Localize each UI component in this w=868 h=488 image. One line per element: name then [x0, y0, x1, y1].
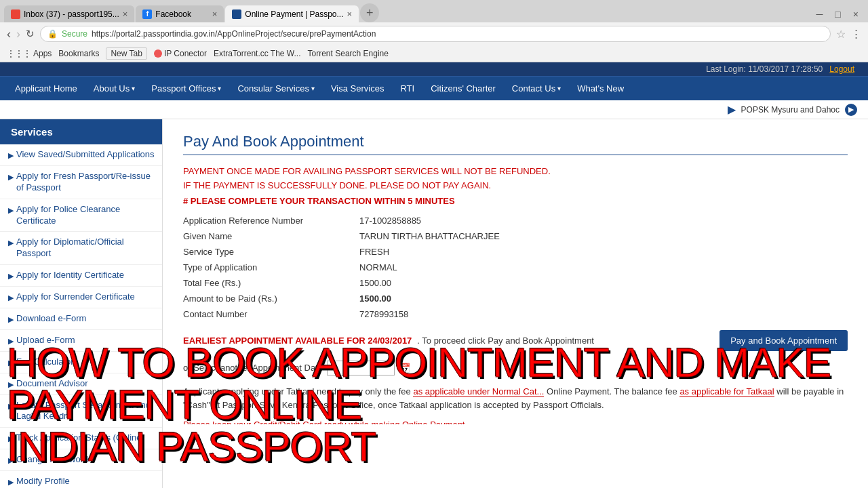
tatkaal-link2[interactable]: as applicable for Tatkaal [679, 386, 774, 397]
tatkaal-info-block: Applicants applying under Tatkaal need t… [183, 385, 848, 413]
arrow-icon: ▶ [8, 477, 14, 487]
sidebar-item-label: Apply for Surrender Certificate [16, 291, 135, 303]
logout-link[interactable]: Logout [829, 64, 854, 74]
close-button[interactable]: × [848, 6, 864, 22]
nav-label: What's New [577, 83, 624, 94]
bookmark-newtab[interactable]: New Tab [106, 47, 146, 60]
appointment-date-input[interactable] [327, 361, 395, 375]
nav-consular-services[interactable]: Consular Services ▾ [229, 77, 323, 100]
table-row: Total Fee (Rs.) 1500.00 [183, 275, 848, 291]
sidebar-item-label: Document Advisor [16, 378, 88, 390]
arrow-icon: ▶ [8, 358, 14, 367]
address-bar[interactable]: 🔒 Secure https://portal2.passportindia.g… [40, 26, 831, 42]
browser-tab-active[interactable]: Online Payment | Passpo... × [225, 5, 359, 22]
sidebar-item-label: Download e-Form [16, 313, 86, 325]
nav-contact-us[interactable]: Contact Us ▾ [504, 77, 569, 100]
sidebar-item-fresh-passport[interactable]: ▶ Apply for Fresh Passport/Re-issue of P… [0, 166, 162, 199]
passport-favicon [232, 9, 241, 19]
play-icon[interactable]: ▶ [728, 103, 736, 116]
newtab-label: New Tab [111, 49, 142, 58]
bookmark-bookmarks[interactable]: Bookmarks [58, 49, 99, 58]
tab-close-icon[interactable]: × [212, 9, 218, 19]
sidebar-item-label: Apply for Fresh Passport/Re-issue of Pas… [16, 171, 157, 194]
bookmark-ipconnector[interactable]: IP Conector [154, 49, 207, 58]
browser-tab-facebook[interactable]: f Facebook × [136, 5, 224, 22]
ticker-text: POPSK Mysuru and Dahoc [741, 105, 840, 115]
field-label-contact: Contact Number [183, 306, 359, 322]
sidebar-item-diplomatic-passport[interactable]: ▶ Apply for Diplomatic/Official Passport [0, 232, 162, 265]
sidebar-item-document-advisor[interactable]: ▶ Document Advisor [0, 373, 162, 395]
nav-citizens-charter[interactable]: Citizens' Charter [422, 77, 504, 100]
arrow-icon: ▶ [8, 271, 14, 281]
nav-visa-services[interactable]: Visa Services [323, 77, 393, 100]
field-label-amountpaid: Amount to be Paid (Rs.) [183, 291, 359, 306]
nav-whats-new[interactable]: What's New [569, 77, 632, 100]
field-value-amountpaid: 1500.00 [359, 291, 848, 306]
ticker-bar: ▶ POPSK Mysuru and Dahoc ▶ [0, 100, 868, 119]
reload-button[interactable]: ↻ [26, 28, 35, 40]
secure-icon: 🔒 [47, 29, 58, 39]
field-label-service: Service Type [183, 244, 359, 260]
arrow-icon: ▶ [8, 293, 14, 302]
bookmark-extratorrents[interactable]: ExtraTorrent.cc The W... [214, 49, 300, 58]
browser-tab-bar: Inbox (37) - passport195... × f Facebook… [0, 0, 868, 22]
sidebar-item-view-applications[interactable]: ▶ View Saved/Submitted Applications [0, 144, 162, 166]
back-button[interactable]: ‹ [7, 27, 11, 41]
nav-label: Passport Offices [151, 83, 216, 94]
browser-tab-gmail[interactable]: Inbox (37) - passport195... × [4, 5, 134, 22]
bookmark-star[interactable]: ☆ [836, 28, 846, 41]
nav-label: RTI [400, 83, 414, 94]
table-row: Type of Application NORMAL [183, 260, 848, 275]
table-row: Application Reference Number 17-10028588… [183, 213, 848, 228]
sidebar-item-modify-profile[interactable]: ▶ Modify Profile [0, 471, 162, 488]
extensions-button[interactable]: ⋮ [851, 28, 861, 40]
sidebar-item-download-eform[interactable]: ▶ Download e-Form [0, 308, 162, 330]
new-tab-button[interactable]: + [360, 3, 379, 22]
sidebar-item-label: Track Application Status (Online) [16, 432, 144, 444]
nav-applicant-home[interactable]: Applicant Home [7, 77, 85, 100]
sidebar-item-change-password[interactable]: ▶ Change Password [0, 449, 162, 471]
field-value-appref: 17-1002858885 [359, 213, 848, 228]
nav-about-us[interactable]: About Us ▾ [85, 77, 143, 100]
earliest-appointment-text: EARLIEST APPOINTMENT AVAILABLE FOR 24/03… [183, 336, 412, 346]
arrow-icon: ▶ [8, 434, 14, 443]
sidebar-item-surrender-certificate[interactable]: ▶ Apply for Surrender Certificate [0, 287, 162, 308]
dropdown-arrow-icon: ▾ [557, 85, 561, 92]
sidebar-item-upload-eform[interactable]: ▶ Upload e-Form [0, 330, 162, 352]
main-navigation: Applicant Home About Us ▾ Passport Offic… [0, 77, 868, 100]
sidebar-item-label: Apply for Diplomatic/Official Passport [16, 237, 157, 260]
field-value-type: NORMAL [359, 260, 848, 275]
apps-icon: ⋮⋮⋮ [7, 49, 31, 58]
table-row: Given Name TARUN TIRTHA BHATTACHARJEE [183, 228, 848, 244]
site-header: Last Login: 11/03/2017 17:28:50 Logout A… [0, 62, 868, 100]
torrent-label: Torrent Search Engine [308, 49, 389, 58]
select-date-section: or Select another Appointment Date 📅 [183, 361, 848, 375]
bookmark-torrent[interactable]: Torrent Search Engine [308, 49, 389, 58]
tab-close-icon[interactable]: × [347, 9, 353, 19]
sidebar-item-police-clearance[interactable]: ▶ Apply for Police Clearance Certificate [0, 199, 162, 232]
et-label: ExtraTorrent.cc The W... [214, 49, 300, 58]
pay-and-book-appointment-button[interactable]: Pay and Book Appointment [719, 330, 848, 351]
nav-passport-offices[interactable]: Passport Offices ▾ [143, 77, 229, 100]
field-label-type: Type of Application [183, 260, 359, 275]
dropdown-arrow-icon: ▾ [218, 85, 221, 92]
nav-rti[interactable]: RTI [392, 77, 422, 100]
forward-button[interactable]: › [16, 27, 20, 41]
payment-card-ready-link[interactable]: Please keep your Credit/Debit Card ready… [183, 420, 467, 424]
maximize-button[interactable]: □ [829, 6, 846, 22]
warning-block: PAYMENT ONCE MADE FOR AVAILING PASSPORT … [183, 165, 848, 206]
minimize-button[interactable]: ─ [810, 6, 828, 22]
sidebar-item-identity-certificate[interactable]: ▶ Apply for Identity Certificate [0, 265, 162, 287]
tatkaal-normal-link[interactable]: as applicable under Normal Cat... [413, 386, 544, 397]
ticker-nav-icon[interactable]: ▶ [845, 104, 857, 116]
warning-line1: PAYMENT ONCE MADE FOR AVAILING PASSPORT … [183, 165, 848, 179]
calendar-icon[interactable]: 📅 [399, 363, 410, 373]
sidebar-item-locate-kendra[interactable]: ▶ Locate Passport Seva Kendra and Laghu … [0, 395, 162, 428]
tab-close-icon[interactable]: × [123, 9, 128, 19]
bookmark-apps[interactable]: ⋮⋮⋮ Apps [7, 49, 52, 58]
nav-label: Applicant Home [15, 83, 77, 94]
sidebar-item-fee-calculator[interactable]: ▶ Fee Calculator [0, 352, 162, 373]
sidebar-item-label: Locate Passport Seva Kendra and Laghu Ke… [16, 400, 157, 423]
sidebar-item-track-application[interactable]: ▶ Track Application Status (Online) [0, 428, 162, 449]
browser-toolbar: ‹ › ↻ 🔒 Secure https://portal2.passporti… [0, 22, 868, 45]
